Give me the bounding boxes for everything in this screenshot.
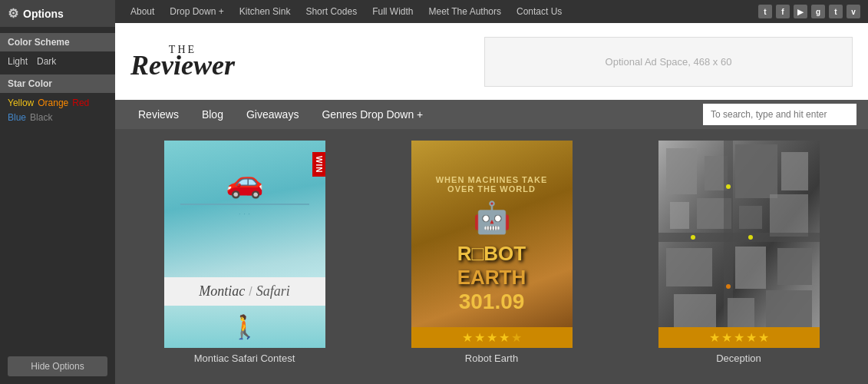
main-nav-blog[interactable]: Blog bbox=[190, 100, 235, 129]
site-header: THE Reviewer Optional Ad Space, 468 x 60 bbox=[115, 23, 868, 100]
svg-point-19 bbox=[748, 235, 753, 240]
logo-reviewer: Reviewer bbox=[130, 50, 235, 81]
google-plus-icon[interactable]: g bbox=[811, 5, 825, 18]
gear-icon: ⚙ bbox=[8, 6, 18, 21]
svg-rect-2 bbox=[666, 148, 697, 194]
svg-point-18 bbox=[691, 235, 695, 240]
main-content: About Drop Down + Kitchen Sink Short Cod… bbox=[115, 0, 868, 384]
book-cover-montiac: WIN 🚗 · · · Montiac / Safari 🚶 bbox=[164, 141, 325, 348]
search-input[interactable] bbox=[703, 104, 856, 125]
main-nav: Reviews Blog Giveaways Genres Drop Down … bbox=[115, 100, 868, 129]
robot-number: 301.09 bbox=[459, 290, 525, 314]
star-4: ★ bbox=[499, 330, 510, 345]
site-logo: THE Reviewer bbox=[130, 45, 235, 79]
star-2: ★ bbox=[474, 330, 485, 345]
book-cover-deception: ★ ★ ★ ★ ★ bbox=[658, 141, 820, 348]
ad-space: Optional Ad Space, 468 x 60 bbox=[484, 37, 853, 87]
d-star-3: ★ bbox=[734, 330, 744, 345]
options-panel: ⚙ Options Color Scheme Light Dark Star C… bbox=[0, 0, 115, 384]
svg-rect-13 bbox=[735, 247, 766, 289]
nav-contact[interactable]: Contact Us bbox=[509, 0, 569, 23]
svg-rect-8 bbox=[739, 206, 762, 229]
star-3: ★ bbox=[487, 330, 497, 345]
black-star-button[interactable]: Black bbox=[30, 112, 52, 123]
robot-text: R□BOT bbox=[457, 242, 526, 266]
nav-dropdown[interactable]: Drop Down + bbox=[162, 0, 231, 23]
svg-rect-9 bbox=[770, 194, 808, 237]
book-cover-robot-earth: WHEN MACHINES TAKE OVER THE WORLD 🤖 R□BO… bbox=[411, 141, 573, 348]
montiac-cover-art: WIN 🚗 · · · Montiac / Safari 🚶 bbox=[164, 141, 325, 348]
options-header: ⚙ Options bbox=[0, 0, 115, 27]
robot-earth-rating: ★ ★ ★ ★ ★ bbox=[411, 327, 573, 348]
d-star-2: ★ bbox=[721, 330, 732, 345]
svg-point-21 bbox=[726, 284, 731, 289]
earth-text: EARTH bbox=[457, 266, 526, 290]
win-badge: WIN bbox=[312, 152, 325, 177]
montiac-name: Montiac bbox=[199, 283, 245, 300]
main-nav-links: Reviews Blog Giveaways Genres Drop Down … bbox=[127, 100, 434, 129]
montiac-figure: 🚶 bbox=[164, 306, 325, 348]
deception-rating: ★ ★ ★ ★ ★ bbox=[658, 327, 820, 348]
youtube-icon[interactable]: ▶ bbox=[794, 5, 807, 18]
nav-short-codes[interactable]: Short Codes bbox=[298, 0, 365, 23]
main-nav-reviews[interactable]: Reviews bbox=[127, 100, 190, 129]
star-color-label: Star Color bbox=[0, 74, 115, 93]
tumblr-icon[interactable]: t bbox=[829, 5, 843, 18]
facebook-icon[interactable]: f bbox=[776, 5, 790, 18]
d-star-4: ★ bbox=[746, 330, 757, 345]
deception-cover-art bbox=[658, 141, 820, 348]
svg-rect-12 bbox=[666, 248, 712, 286]
montiac-text-area: Montiac / Safari bbox=[164, 277, 325, 306]
book-card-montiac: WIN 🚗 · · · Montiac / Safari 🚶 Monti bbox=[127, 141, 362, 384]
yellow-star-button[interactable]: Yellow bbox=[8, 98, 34, 108]
book-card-robot-earth: WHEN MACHINES TAKE OVER THE WORLD 🤖 R□BO… bbox=[374, 141, 609, 384]
d-star-5: ★ bbox=[758, 330, 769, 345]
robot-earth-cover-art: WHEN MACHINES TAKE OVER THE WORLD 🤖 R□BO… bbox=[411, 141, 573, 348]
top-nav-links: About Drop Down + Kitchen Sink Short Cod… bbox=[123, 0, 569, 23]
red-star-button[interactable]: Red bbox=[72, 98, 89, 108]
nav-kitchen-sink[interactable]: Kitchen Sink bbox=[232, 0, 299, 23]
star-colors-row: Yellow Orange Red Blue Black bbox=[0, 93, 115, 127]
svg-rect-14 bbox=[777, 248, 812, 285]
color-scheme-label: Color Scheme bbox=[0, 33, 115, 51]
twitter-icon[interactable]: t bbox=[758, 5, 772, 18]
d-star-1: ★ bbox=[709, 330, 720, 345]
vimeo-icon[interactable]: v bbox=[847, 5, 860, 18]
color-scheme-row: Light Dark bbox=[0, 51, 115, 71]
nav-about[interactable]: About bbox=[123, 0, 162, 23]
svg-point-20 bbox=[726, 184, 731, 189]
options-title: Options bbox=[23, 8, 64, 20]
book-title-robot-earth: Robot Earth bbox=[465, 353, 518, 364]
book-title-montiac: Montiac Safari Contest bbox=[194, 353, 295, 364]
nav-full-width[interactable]: Full Width bbox=[365, 0, 421, 23]
orange-star-button[interactable]: Orange bbox=[38, 98, 68, 108]
main-nav-giveaways[interactable]: Giveaways bbox=[235, 100, 310, 129]
nav-authors[interactable]: Meet The Authors bbox=[421, 0, 509, 23]
main-nav-genres[interactable]: Genres Drop Down + bbox=[310, 100, 434, 129]
top-nav: About Drop Down + Kitchen Sink Short Cod… bbox=[115, 0, 868, 23]
star-1: ★ bbox=[462, 330, 473, 345]
star-half: ★ bbox=[511, 330, 522, 345]
hide-options-button[interactable]: Hide Options bbox=[8, 356, 107, 376]
safari-text: Safari bbox=[256, 283, 290, 300]
content-area: WIN 🚗 · · · Montiac / Safari 🚶 Monti bbox=[115, 129, 868, 384]
light-scheme-button[interactable]: Light bbox=[8, 56, 28, 67]
book-title-deception: Deception bbox=[716, 353, 761, 364]
svg-rect-10 bbox=[658, 233, 820, 242]
blue-star-button[interactable]: Blue bbox=[8, 112, 26, 123]
book-card-deception: ★ ★ ★ ★ ★ Deception bbox=[621, 141, 856, 384]
svg-rect-5 bbox=[781, 152, 808, 190]
svg-rect-4 bbox=[735, 144, 777, 198]
svg-rect-6 bbox=[670, 202, 689, 229]
social-icons: t f ▶ g t v bbox=[758, 5, 860, 18]
dark-scheme-button[interactable]: Dark bbox=[37, 56, 56, 67]
